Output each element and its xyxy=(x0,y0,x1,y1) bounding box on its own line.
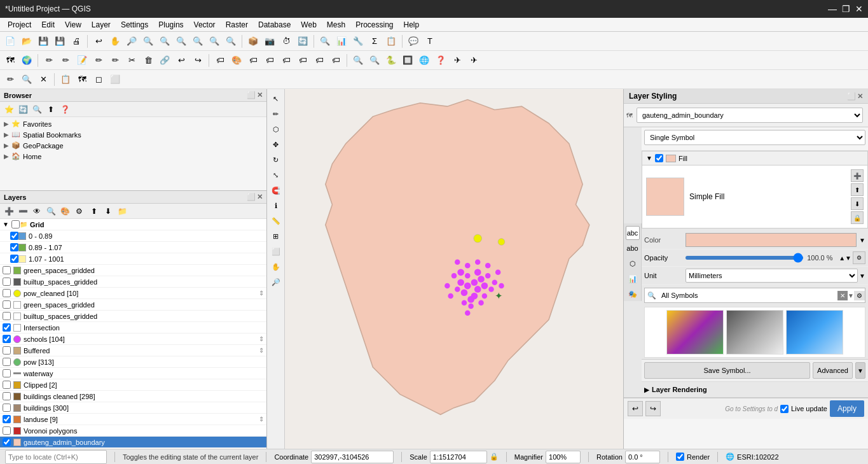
layer-green-spaces-gridded2-checkbox[interactable] xyxy=(3,300,11,309)
maximize-btn[interactable]: ❐ xyxy=(842,4,850,14)
refresh-btn[interactable]: 🔄 xyxy=(295,34,310,49)
layer-pow-cleaned[interactable]: pow_cleaned [10] ⇕ xyxy=(0,288,266,299)
layer-green-spaces-gridded1[interactable]: green_spaces_gridded xyxy=(0,265,266,276)
tool-move[interactable]: ✥ xyxy=(269,137,283,151)
label-btn[interactable]: 🏷 xyxy=(212,53,228,68)
layer-089-107-checkbox[interactable] xyxy=(10,243,18,251)
layer-waterway[interactable]: waterway xyxy=(0,368,266,379)
digitize-btn[interactable]: 🗺 xyxy=(3,53,18,68)
label6-btn[interactable]: 🏷 xyxy=(295,53,310,68)
deselect-btn[interactable]: ⏱ xyxy=(279,34,294,49)
label4-btn[interactable]: 🏷 xyxy=(262,53,277,68)
layer-buildings[interactable]: buildings [300] xyxy=(0,402,266,414)
layer-pow-cleaned-checkbox[interactable] xyxy=(3,289,11,297)
sel-pencil-btn[interactable]: ✏ xyxy=(3,72,18,87)
renderer-dropdown[interactable]: Single Symbol xyxy=(644,130,865,145)
layer-buildings-cleaned-checkbox[interactable] xyxy=(3,392,11,400)
browser-filter-btn[interactable]: 🔍 xyxy=(31,103,43,116)
delete-btn[interactable]: 🗑 xyxy=(141,53,156,68)
layer-089-107[interactable]: 0.89 - 1.07 xyxy=(0,242,266,253)
sel-rect2-btn[interactable]: ⬜ xyxy=(107,72,123,87)
plugin2-btn[interactable]: 🐍 xyxy=(383,53,399,68)
edit5-btn[interactable]: ✏ xyxy=(107,53,123,68)
menu-plugins[interactable]: Plugins xyxy=(153,19,188,31)
styling-layer-dropdown[interactable]: gauteng_admin_boundary xyxy=(637,108,863,123)
tips-btn[interactable]: 💬 xyxy=(406,34,421,49)
magnifier-input[interactable] xyxy=(546,451,581,463)
layer-voronoi-checkbox[interactable] xyxy=(3,426,11,435)
layer-buffered[interactable]: Buffered ⇕ xyxy=(0,345,266,356)
layers-style-btn[interactable]: 🎨 xyxy=(59,205,71,218)
advanced-dropdown-arrow[interactable]: ▼ xyxy=(855,362,865,379)
layer-clipped[interactable]: Clipped [2] xyxy=(0,379,266,391)
tool-select[interactable]: ⊞ xyxy=(269,229,283,243)
live-update-checkbox[interactable] xyxy=(780,405,789,413)
text-btn[interactable]: T xyxy=(422,34,437,49)
style-diagram-tab[interactable]: 📊 xyxy=(626,272,640,286)
symbols-search-input[interactable] xyxy=(659,292,837,299)
apply-btn[interactable]: Apply xyxy=(830,400,864,417)
sel-rect-btn[interactable]: ◻ xyxy=(91,72,106,87)
opacity-down-arrow[interactable]: ▼ xyxy=(845,255,851,262)
menu-database[interactable]: Database xyxy=(253,19,296,31)
layer-builtup-spaces-gridded2-checkbox[interactable] xyxy=(3,312,11,320)
symbols-filter-btn[interactable]: ▼ xyxy=(848,292,854,299)
layer-builtup-spaces-gridded2[interactable]: builtup_spaces_gridded xyxy=(0,311,266,322)
menu-mesh[interactable]: Mesh xyxy=(322,19,350,31)
render-checkbox[interactable] xyxy=(676,453,684,461)
color-dropdown-arrow[interactable]: ▼ xyxy=(859,237,865,244)
stats-btn[interactable]: 📊 xyxy=(334,34,349,49)
menu-help[interactable]: Help xyxy=(399,19,425,31)
opacity-slider[interactable] xyxy=(685,256,803,260)
coordinate-input[interactable] xyxy=(311,451,394,463)
new-project-btn[interactable]: 📄 xyxy=(3,34,18,49)
symbol-item-1[interactable] xyxy=(666,310,724,355)
open-project-btn[interactable]: 📂 xyxy=(19,34,34,49)
fill-down-btn[interactable]: ⬇ xyxy=(851,197,864,210)
label7-btn[interactable]: 🏷 xyxy=(312,53,327,68)
close-btn[interactable]: ✕ xyxy=(855,4,863,14)
scale-input[interactable] xyxy=(430,451,487,463)
symbol-item-2[interactable] xyxy=(726,310,783,355)
label8-btn[interactable]: 🏷 xyxy=(328,53,343,68)
save-as-btn[interactable]: 💾 xyxy=(52,34,67,49)
menu-web[interactable]: Web xyxy=(296,19,321,31)
sel-map-btn[interactable]: 🗺 xyxy=(74,72,90,87)
pan-map-btn[interactable]: 🔍 xyxy=(223,34,238,49)
edit-toggle-btn[interactable]: ✏ xyxy=(41,53,57,68)
layer-schools-checkbox[interactable] xyxy=(3,335,11,343)
python-btn[interactable]: 🔍 xyxy=(350,53,366,68)
zoom-layer-btn[interactable]: 🔍 xyxy=(174,34,189,49)
menu-layer[interactable]: Layer xyxy=(86,19,116,31)
symbols-settings-btn[interactable]: ⚙ xyxy=(854,291,865,300)
layers-remove-btn[interactable]: ➖ xyxy=(17,205,29,218)
zoom-full-btn[interactable]: 🔍 xyxy=(157,34,172,49)
nav-redo-btn[interactable]: ↪ xyxy=(645,401,661,416)
layer-gauteng-checkbox[interactable] xyxy=(3,438,11,446)
fill-lock-btn[interactable]: 🔒 xyxy=(851,211,864,224)
edit4-btn[interactable]: ✏ xyxy=(91,53,106,68)
layer-rendering-header[interactable]: ▶ Layer Rendering xyxy=(644,384,865,395)
browser-collapse-btn[interactable]: ⬆ xyxy=(45,103,57,116)
symbols-clear-btn[interactable]: ✕ xyxy=(837,291,848,300)
identify-btn[interactable]: 📦 xyxy=(245,34,261,49)
browser-refresh-btn[interactable]: 🔄 xyxy=(17,103,29,116)
tool-deselect[interactable]: ⬜ xyxy=(269,244,283,258)
sum-btn[interactable]: Σ xyxy=(367,34,382,49)
settings-btn[interactable]: 🔧 xyxy=(350,34,366,49)
locate-input[interactable] xyxy=(5,450,107,464)
globe2-btn[interactable]: 🌐 xyxy=(417,53,432,68)
style-mask-tab[interactable]: 🎭 xyxy=(626,287,640,301)
select-btn[interactable]: 📷 xyxy=(262,34,277,49)
menu-edit[interactable]: Edit xyxy=(36,19,60,31)
unit-dropdown[interactable]: Millimeters xyxy=(685,269,858,283)
menu-settings[interactable]: Settings xyxy=(116,19,153,31)
menu-project[interactable]: Project xyxy=(3,19,36,31)
pan-btn[interactable]: ✋ xyxy=(107,34,123,49)
save-symbol-btn[interactable]: Save Symbol... xyxy=(644,362,810,379)
browser-item-geopackage[interactable]: ▶ 📦 GeoPackage xyxy=(1,140,265,151)
edit3-btn[interactable]: 📝 xyxy=(74,53,90,68)
layer-group-grid[interactable]: ▼ 📁 Grid xyxy=(0,219,266,230)
label5-btn[interactable]: 🏷 xyxy=(279,53,294,68)
save-project-btn[interactable]: 💾 xyxy=(36,34,51,49)
